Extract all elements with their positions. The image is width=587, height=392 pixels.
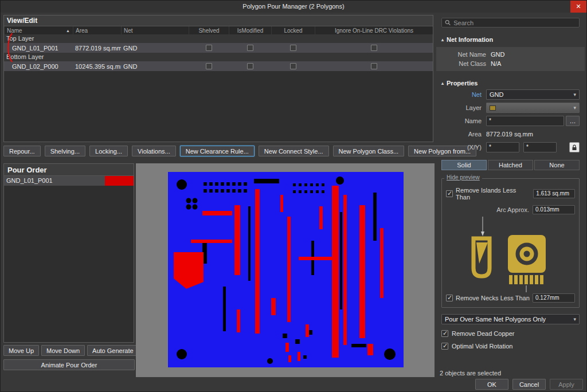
search-input[interactable] [453, 19, 576, 26]
remove-islands-field[interactable]: 1.613 sq.mm [533, 189, 575, 198]
solid-options-group: Hide preview Remove Islands Less Than 1.… [441, 178, 580, 308]
chevron-down-icon: ▾ [573, 316, 576, 322]
remove-necks-field[interactable]: 0.127mm [533, 293, 575, 303]
titlebar[interactable]: Polygon Pour Manager (2 Polygons) ✕ [1, 1, 586, 13]
close-icon: ✕ [576, 1, 581, 13]
dialog-footer: OK Cancel Apply [475, 379, 583, 390]
xy-label: (X/Y) [441, 144, 486, 151]
area-value: 8772.019 sq.mm [486, 131, 533, 138]
table-body: Top Layer GND_L01_P001 8772.019 sq.mm GN… [4, 34, 433, 71]
auto-generate-button[interactable]: Auto Generate [87, 345, 139, 356]
ismodified-checkbox[interactable] [247, 45, 253, 51]
arc-approx-field[interactable]: 0.013mm [533, 205, 575, 214]
cell-area: 10245.395 sq.mm [73, 63, 121, 70]
polygon-pour-manager-dialog: Polygon Pour Manager (2 Polygons) ✕ View… [0, 0, 587, 392]
layer-group-row-bottom[interactable]: Bottom Layer [4, 53, 433, 61]
shelved-checkbox[interactable] [206, 45, 212, 51]
fill-mode-segment: Solid Hatched None [441, 160, 580, 170]
pour-order-panel: Pour Order GND_L01_P001 [3, 163, 134, 343]
column-header-shelved[interactable]: Shelved [189, 26, 229, 34]
column-header-net[interactable]: Net [121, 26, 189, 34]
fill-mode-solid-button[interactable]: Solid [441, 160, 487, 170]
column-header-name[interactable]: Name ▲ [4, 26, 73, 34]
locked-checkbox[interactable] [290, 63, 296, 69]
pour-order-buttons: Move Up Move Down Auto Generate [3, 345, 139, 356]
locked-checkbox[interactable] [290, 45, 296, 51]
window-title: Polygon Pour Manager (2 Polygons) [242, 3, 344, 10]
net-name-label: Net Name [436, 51, 491, 58]
new-connect-style-button[interactable]: New Connect Style... [259, 146, 329, 156]
repour-button[interactable]: Repour... [3, 146, 41, 156]
fill-mode-hatched-button[interactable]: Hatched [488, 160, 533, 170]
ismodified-checkbox[interactable] [247, 63, 253, 69]
search-box[interactable] [441, 18, 580, 28]
cell-net: GND [121, 63, 189, 70]
cell-area: 8772.019 sq.mm [73, 45, 121, 52]
hide-preview-link[interactable]: Hide preview [444, 174, 482, 181]
column-header-area[interactable]: Area [73, 26, 121, 34]
cancel-button[interactable]: Cancel [512, 379, 546, 390]
net-dropdown[interactable]: GND ▾ [486, 89, 580, 100]
view-edit-title: View/Edit [4, 15, 433, 26]
remove-dead-copper-checkbox[interactable] [441, 330, 448, 337]
layer-dropdown[interactable]: ▾ [486, 103, 580, 113]
net-class-value: N/A [491, 60, 501, 67]
collapse-icon: ▴ [441, 37, 444, 42]
ignore-drc-checkbox[interactable] [371, 63, 377, 69]
chevron-down-icon: ▾ [573, 92, 576, 97]
lock-icon [572, 144, 577, 151]
move-down-button[interactable]: Move Down [41, 345, 85, 356]
name-label: Name [441, 117, 486, 124]
name-more-button[interactable]: … [566, 116, 580, 126]
ok-button[interactable]: OK [475, 379, 508, 390]
locking-button[interactable]: Locking... [89, 146, 128, 156]
properties-panel: ▴ Net Information Net Name GND Net Class… [436, 13, 585, 379]
apply-button[interactable]: Apply [550, 379, 583, 390]
shelving-button[interactable]: Shelving... [45, 146, 85, 156]
net-information-block: Net Name GND Net Class N/A [436, 47, 585, 71]
move-up-button[interactable]: Move Up [3, 345, 39, 356]
pour-order-item[interactable]: GND_L01_P001 [4, 176, 134, 186]
ignore-drc-checkbox[interactable] [371, 45, 377, 51]
x-field[interactable]: * [486, 142, 519, 152]
search-icon [445, 19, 451, 26]
column-header-ignore-drc[interactable]: Ignore On-Line DRC Violations [315, 26, 433, 34]
remove-islands-checkbox[interactable] [446, 190, 453, 197]
lock-xy-button[interactable] [569, 142, 580, 152]
remove-dead-copper-label: Remove Dead Copper [452, 330, 514, 337]
properties-section-header[interactable]: ▴ Properties [441, 80, 580, 87]
net-label: Net [441, 91, 486, 98]
net-information-section-header[interactable]: ▴ Net Information [441, 36, 580, 43]
animate-pour-order-button[interactable]: Animate Pour Order [3, 359, 135, 370]
fill-mode-none-button[interactable]: None [534, 160, 580, 170]
remove-islands-label: Remove Islands Less Than [456, 187, 530, 201]
view-edit-panel: View/Edit Name ▲ Area Net Shelved IsModi… [3, 15, 433, 142]
optimal-void-rotation-checkbox[interactable] [441, 343, 448, 350]
remove-necks-checkbox[interactable] [446, 295, 453, 301]
table-row-gnd-l02-p000[interactable]: GND_L02_P000 10245.395 sq.mm GND [4, 61, 433, 71]
layer-label: Layer [441, 104, 486, 111]
y-field[interactable]: * [523, 142, 557, 152]
cell-name: GND_L01_P001 [4, 45, 73, 52]
pour-over-dropdown[interactable]: Pour Over Same Net Polygons Only ▾ [441, 314, 580, 324]
shelved-checkbox[interactable] [206, 63, 212, 69]
sort-asc-icon: ▲ [66, 29, 70, 33]
chevron-down-icon: ▾ [573, 105, 576, 111]
layer-group-row-top[interactable]: Top Layer [4, 34, 433, 43]
pour-color-swatch [105, 176, 134, 186]
new-clearance-rule-button[interactable]: New Clearance Rule... [180, 146, 255, 156]
layer-color-swatch [490, 105, 496, 111]
remove-necks-label: Remove Necks Less Than [456, 295, 530, 301]
selection-status: 2 objects are selected [440, 370, 501, 377]
area-label: Area [441, 131, 486, 138]
pour-order-title: Pour Order [4, 164, 134, 176]
new-polygon-class-button[interactable]: New Polygon Class... [333, 146, 405, 156]
pcb-preview-canvas [136, 163, 435, 377]
column-header-locked[interactable]: Locked [271, 26, 315, 34]
table-row-gnd-l01-p001[interactable]: GND_L01_P001 8772.019 sq.mm GND [4, 43, 433, 53]
column-header-ismodified[interactable]: IsModified [229, 26, 271, 34]
net-name-value: GND [491, 51, 504, 58]
name-field[interactable]: * [486, 116, 564, 126]
violations-button[interactable]: Violations... [132, 146, 176, 156]
close-button[interactable]: ✕ [570, 1, 586, 13]
